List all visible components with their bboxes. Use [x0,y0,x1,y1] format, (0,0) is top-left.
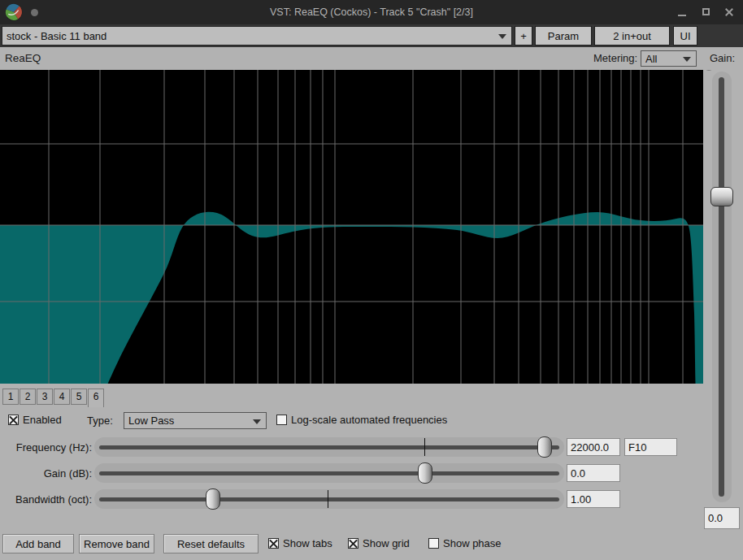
remove-band-button[interactable]: Remove band [79,534,154,553]
gain-db-label: Gain (dB): [2,467,92,480]
add-band-button[interactable]: Add band [2,534,74,553]
show-tabs-control: Show tabs [268,537,332,549]
chevron-down-icon [498,34,506,39]
frequency-value[interactable]: 22000.0 [567,438,620,456]
enabled-control: Enabled [8,414,62,426]
show-tabs-checkbox[interactable] [268,538,279,549]
bandwidth-label: Bandwidth (oct): [2,493,92,506]
show-phase-checkbox[interactable] [428,538,439,549]
log-scale-checkbox[interactable] [276,415,287,425]
eq-graph-panel [0,70,703,384]
show-grid-checkbox[interactable] [348,538,358,549]
log-scale-label: Log-scale automated frequencies [291,414,447,426]
titlebar[interactable]: VST: ReaEQ (Cockos) - Track 5 "Crash" [2… [0,0,743,24]
slider-track [99,445,559,449]
minimize-icon [678,15,686,16]
preset-dropdown[interactable]: stock - Basic 11 band [2,26,512,46]
slider-track [99,471,559,475]
tab-band-2[interactable]: 2 [20,389,36,405]
type-label: Type: [87,415,113,427]
plugin-name: ReaEQ [5,47,41,70]
add-preset-button[interactable]: + [515,26,532,46]
bandwidth-slider[interactable] [94,489,564,509]
gain-slider-thumb[interactable] [418,462,432,484]
slider-tick [328,490,328,508]
param-button[interactable]: Param [535,26,592,46]
slider-track [99,497,559,501]
preset-value: stock - Basic 11 band [7,27,493,45]
ui-button[interactable]: UI [673,26,697,46]
metering-value: All [645,51,678,66]
enabled-checkbox[interactable] [8,415,19,425]
plugin-window: VST: ReaEQ (Cockos) - Track 5 "Crash" [2… [0,0,743,560]
bandwidth-value[interactable]: 1.00 [567,490,620,508]
window-title: VST: ReaEQ (Cockos) - Track 5 "Crash" [2… [0,0,743,24]
output-gain-slider-thumb[interactable] [710,187,733,206]
gain-value[interactable]: 0.0 [567,464,620,482]
log-scale-control: Log-scale automated frequencies [276,414,447,426]
show-grid-control: Show grid [348,537,410,549]
filter-type-value: Low Pass [128,413,248,428]
eq-graph[interactable] [0,70,703,384]
maximize-icon [702,8,710,15]
show-phase-control: Show phase [428,537,502,549]
enabled-label: Enabled [23,414,62,426]
slider-track [719,77,724,497]
frequency-slider-thumb[interactable] [537,436,552,458]
show-phase-label: Show phase [443,537,502,549]
band-tabs: 123456 [2,389,105,407]
output-gain-slider[interactable] [712,72,732,502]
show-tabs-label: Show tabs [283,537,332,549]
maximize-button[interactable] [696,0,717,24]
output-gain-value[interactable]: 0.0 [704,507,740,529]
tab-band-5[interactable]: 5 [71,389,87,405]
gain-slider[interactable] [94,463,564,483]
show-grid-label: Show grid [363,537,410,549]
tab-band-3[interactable]: 3 [37,389,53,405]
close-button[interactable] [719,0,740,24]
metering-dropdown[interactable]: All [641,50,697,67]
frequency-shortcut[interactable]: F10 [624,438,677,456]
preset-toolbar: stock - Basic 11 band + Param 2 in+out U… [0,24,743,47]
tab-band-6[interactable]: 6 [88,389,104,407]
minimize-button[interactable] [671,0,693,24]
chevron-down-icon [253,419,261,424]
filter-type-dropdown[interactable]: Low Pass [124,412,267,429]
chevron-down-icon [683,57,691,62]
tab-band-4[interactable]: 4 [54,389,70,405]
io-button[interactable]: 2 in+out [594,26,670,46]
frequency-label: Frequency (Hz): [2,441,92,454]
metering-label: Metering: [593,47,637,70]
tab-band-1[interactable]: 1 [2,389,19,405]
slider-tick [424,438,425,456]
reset-defaults-button[interactable]: Reset defaults [163,534,259,553]
plugin-header: ReaEQ Metering: All Gain: [0,47,743,70]
bandwidth-slider-thumb[interactable] [206,488,220,510]
frequency-slider[interactable] [94,437,564,457]
gain-label: Gain: [710,47,735,70]
